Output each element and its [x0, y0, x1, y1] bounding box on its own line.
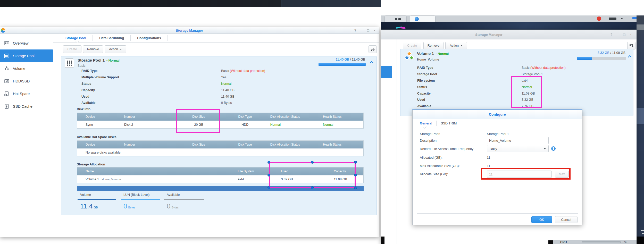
selection-handle[interactable] [354, 161, 357, 164]
info-row: Multiple Volume SupportYes [81, 74, 365, 81]
disk-info-header: Device Number Disk Size Disk Type Disk A… [77, 113, 363, 121]
caret-down-icon [461, 45, 463, 46]
tab-storage-pool[interactable]: Storage Pool [59, 36, 93, 40]
sidebar-item-hot-spare[interactable]: Hot Spare [0, 87, 53, 100]
selection-handle[interactable] [267, 174, 270, 176]
info-row: Capacity11.40 GB [81, 87, 365, 93]
info-row: RAID TypeBasic (Without data protection) [81, 68, 365, 74]
sidebar-item-overview[interactable]: Overview [0, 37, 53, 49]
pool-usage-text: 11.40 GB / 11.40 GB [336, 58, 365, 61]
storage-allocation-title: Storage Allocation [77, 163, 105, 166]
browser-tab-active[interactable] [410, 15, 436, 22]
volume-cubes-icon [4, 66, 10, 71]
remove-button[interactable]: Remove [423, 42, 444, 49]
selection-handle[interactable] [354, 186, 357, 189]
volume-usage-bar [577, 57, 626, 60]
info-row: Used3.32 GB [417, 97, 629, 103]
maximize-icon[interactable]: □ [623, 33, 625, 36]
max-allocatable-value: 11 [487, 164, 490, 168]
chevron-down-icon[interactable] [621, 18, 623, 19]
selection-handle[interactable] [267, 161, 270, 164]
pool-status: - Normal [106, 59, 120, 62]
cpu-widget: CPU 0% [553, 240, 637, 244]
selection-handle[interactable] [311, 161, 314, 164]
configure-dialog: Configure General SSD TRIM Storage Pool:… [412, 110, 582, 225]
info-row: RAID TypeBasic (Without data protection) [417, 65, 629, 71]
storage-pool-field-value: Storage Pool 1 [487, 132, 509, 136]
info-icon[interactable] [551, 146, 556, 151]
dialog-tab-ssd-trim[interactable]: SSD TRIM [441, 121, 457, 125]
max-button[interactable]: Max [555, 171, 569, 178]
storage-allocation-row[interactable]: Volume 1Home_Volume ext4 3.32 GB 11.08 G… [77, 175, 363, 183]
minimize-icon[interactable]: – [361, 29, 363, 32]
extension-icon[interactable] [597, 16, 601, 21]
disk-info-row[interactable]: Syno Disk 2 20 GB HDD Normal Normal [77, 121, 363, 128]
volume-status: - Normal [436, 52, 449, 56]
right-titlebar[interactable]: Storage Manager ? – □ × [381, 30, 637, 39]
pool-usage-fill [319, 63, 366, 66]
hot-spare-icon [4, 91, 10, 97]
volume-usage-text: 3.32 GB / 11.08 GB [598, 51, 625, 55]
sidebar-item-volume[interactable]: Volume [0, 62, 53, 75]
storage-manager-window-left: Storage Manager ? – □ × Overview Storage… [0, 27, 379, 237]
action-button[interactable]: Action [105, 45, 126, 53]
sidebar-label: Storage Pool [13, 54, 35, 58]
ok-button[interactable]: OK [531, 216, 552, 223]
storage-pool-panel-icon [65, 58, 74, 68]
close-icon[interactable]: × [630, 33, 632, 36]
sidebar-item-ssd-cache[interactable]: SSD Cache [0, 100, 53, 113]
dialog-title: Configure [413, 112, 582, 116]
browser-strip [381, 15, 644, 22]
caret-down-icon [544, 148, 546, 149]
maximize-icon[interactable]: □ [367, 29, 369, 32]
allocated-value: 11 [487, 156, 490, 159]
sidebar-item-hdd-ssd[interactable]: HDD/SSD [0, 75, 53, 87]
selection-handle[interactable] [354, 174, 357, 176]
sidebar-label: Volume [13, 66, 25, 71]
browser-tab-inactive[interactable] [384, 15, 407, 22]
sort-list-icon [371, 47, 375, 51]
id-card-icon [4, 40, 10, 46]
sidebar-item-storage-pool[interactable]: Storage Pool [0, 49, 53, 62]
selection-handle[interactable] [267, 186, 270, 189]
dialog-tabbar: General SSD TRIM [413, 120, 582, 127]
storage-manager-app-icon [1, 28, 5, 33]
description-field-label: Description: [420, 139, 438, 142]
close-icon[interactable]: × [374, 29, 376, 32]
chevron-up-icon[interactable] [628, 55, 632, 58]
sidebar-label: Overview [13, 41, 28, 45]
record-frequency-select[interactable]: Daily [487, 145, 549, 152]
volume-panel: Volume 1 - Normal Home_Volume 3.32 GB / … [400, 49, 633, 116]
edge-text-fragment [642, 233, 644, 234]
help-icon[interactable]: ? [610, 33, 613, 36]
cancel-button[interactable]: Cancel [555, 216, 578, 223]
storage-manager-window-right: Storage Manager ? – □ × Create Remove Ac… [381, 30, 637, 244]
left-titlebar[interactable]: Storage Manager ? – □ × [0, 27, 379, 34]
tab-data-scrubbing[interactable]: Data Scrubbing [93, 36, 130, 40]
action-button[interactable]: Action [445, 42, 467, 49]
favicon-icon [415, 17, 419, 21]
right-sidebar-sliver [381, 39, 397, 244]
hot-spare-header: Device Number Disk Size Disk Type Disk A… [77, 141, 363, 148]
tab-configurations[interactable]: Configurations [131, 36, 167, 40]
create-button[interactable]: Create [63, 45, 81, 53]
remove-button[interactable]: Remove [83, 45, 103, 53]
menu-icon[interactable] [609, 18, 616, 20]
help-icon[interactable]: ? [354, 29, 356, 32]
right-window-title: Storage Manager [381, 33, 597, 37]
minimize-icon[interactable]: – [617, 33, 619, 36]
sidebar-item-volume-active[interactable] [381, 66, 392, 78]
edge-fragment [637, 24, 644, 30]
allocate-size-input[interactable] [487, 171, 552, 178]
selection-handle[interactable] [311, 186, 314, 189]
dialog-tab-general[interactable]: General [420, 121, 432, 125]
storage-allocation-header: Name File System Used Capacity [77, 167, 363, 175]
description-input[interactable] [487, 137, 549, 144]
create-button[interactable]: Create [403, 42, 421, 49]
sort-list-icon [629, 44, 633, 48]
sort-list-button[interactable] [627, 42, 635, 49]
chevron-up-icon[interactable] [370, 61, 373, 64]
pool-subtitle: Basic [78, 64, 86, 68]
pool-usage-bar [319, 63, 366, 66]
sort-list-button[interactable] [369, 45, 377, 53]
